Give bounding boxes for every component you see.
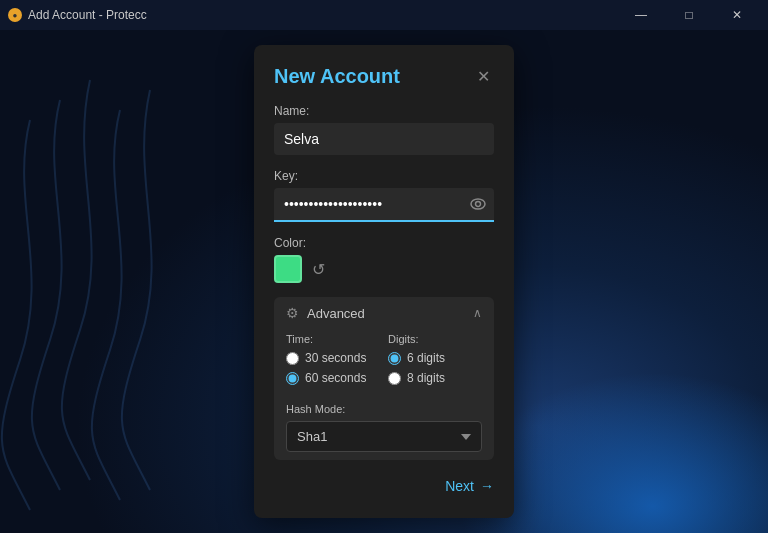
key-visibility-toggle[interactable] [470, 197, 486, 213]
app-icon: ● [8, 8, 22, 22]
key-label: Key: [274, 169, 494, 183]
digits-8-label: 8 digits [407, 371, 445, 385]
advanced-section: ⚙ Advanced ∧ Time: 30 seconds [274, 297, 494, 460]
time-label: Time: [286, 333, 380, 345]
svg-point-2 [471, 199, 485, 209]
advanced-content: Time: 30 seconds 60 seconds Digits: [286, 333, 482, 452]
close-button[interactable]: ✕ [714, 0, 760, 30]
digits-8-radio[interactable] [388, 372, 401, 385]
maximize-button[interactable]: □ [666, 0, 712, 30]
time-60-radio[interactable] [286, 372, 299, 385]
dialog-header: New Account ✕ [274, 65, 494, 88]
time-digits-grid: Time: 30 seconds 60 seconds Digits: [286, 333, 482, 391]
key-wrapper [274, 188, 494, 222]
minimize-button[interactable]: — [618, 0, 664, 30]
digits-6-option[interactable]: 6 digits [388, 351, 482, 365]
digits-6-label: 6 digits [407, 351, 445, 365]
name-field-group: Name: [274, 104, 494, 169]
dialog: New Account ✕ Name: Key: [254, 45, 514, 518]
time-60-option[interactable]: 60 seconds [286, 371, 380, 385]
advanced-header-left: ⚙ Advanced [286, 305, 365, 321]
color-swatch[interactable] [274, 255, 302, 283]
name-input[interactable] [274, 123, 494, 155]
time-30-option[interactable]: 30 seconds [286, 351, 380, 365]
time-30-label: 30 seconds [305, 351, 366, 365]
digits-6-radio[interactable] [388, 352, 401, 365]
main-content: New Account ✕ Name: Key: [0, 30, 768, 533]
color-reset-button[interactable]: ↺ [312, 260, 325, 279]
key-field-group: Key: [274, 169, 494, 222]
digits-8-option[interactable]: 8 digits [388, 371, 482, 385]
next-arrow-icon: → [480, 478, 494, 494]
time-options: Time: 30 seconds 60 seconds [286, 333, 380, 391]
next-label: Next [445, 478, 474, 494]
window-controls: — □ ✕ [618, 0, 760, 30]
key-input[interactable] [274, 188, 494, 222]
dialog-close-button[interactable]: ✕ [472, 66, 494, 88]
dialog-title: New Account [274, 65, 400, 88]
digits-options: Digits: 6 digits 8 digits [388, 333, 482, 391]
hash-mode-select[interactable]: Sha1 Sha256 Sha512 MD5 [286, 421, 482, 452]
color-row: ↺ [274, 255, 494, 283]
gear-icon: ⚙ [286, 305, 299, 321]
color-label: Color: [274, 236, 494, 250]
time-60-label: 60 seconds [305, 371, 366, 385]
window-title: Add Account - Protecc [28, 8, 618, 22]
dialog-footer: Next → [274, 474, 494, 498]
next-button[interactable]: Next → [445, 474, 494, 498]
color-section: Color: ↺ [274, 236, 494, 283]
advanced-label: Advanced [307, 306, 365, 321]
advanced-header[interactable]: ⚙ Advanced ∧ [286, 305, 482, 321]
hash-mode-label: Hash Mode: [286, 403, 482, 415]
svg-point-3 [476, 202, 481, 207]
time-30-radio[interactable] [286, 352, 299, 365]
digits-label: Digits: [388, 333, 482, 345]
hash-mode-group: Hash Mode: Sha1 Sha256 Sha512 MD5 [286, 403, 482, 452]
chevron-up-icon: ∧ [473, 306, 482, 320]
title-bar: ● Add Account - Protecc — □ ✕ [0, 0, 768, 30]
name-label: Name: [274, 104, 494, 118]
